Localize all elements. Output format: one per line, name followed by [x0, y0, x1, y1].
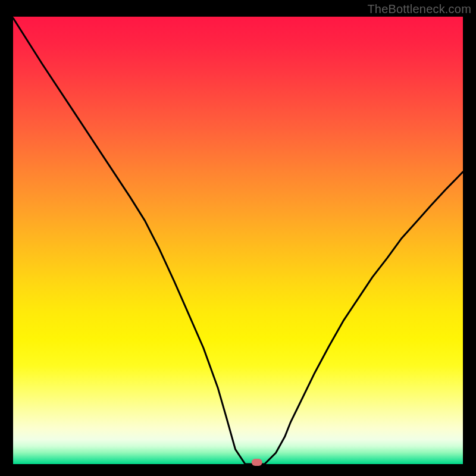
bottleneck-chart [0, 0, 476, 476]
watermark-text: TheBottleneck.com [367, 2, 471, 16]
chart-frame: TheBottleneck.com [0, 0, 476, 476]
plot-background-gradient [13, 17, 463, 464]
optimal-point-marker [252, 459, 262, 466]
